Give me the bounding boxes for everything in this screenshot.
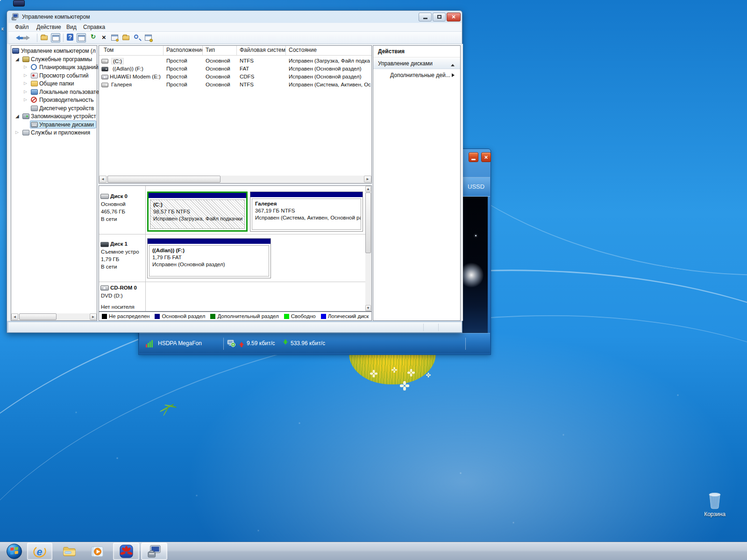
column-header-filesystem[interactable]: Файловая система (237, 46, 286, 55)
scroll-left-arrow[interactable]: ◄ (11, 313, 18, 320)
scroll-right-arrow[interactable]: ► (90, 313, 97, 320)
scroll-thumb[interactable] (365, 192, 371, 253)
taskbar-huawei-partner[interactable] (113, 543, 139, 560)
volume-layout: Простой (166, 58, 187, 64)
partition-adlan[interactable]: ((Adlan)) (F:) 1,79 ГБ FAT Исправен (Осн… (147, 238, 271, 278)
volume-status: Исправен (Загрузка, Файл подка (289, 58, 371, 64)
volume-row-c[interactable]: (C:) Простой Основной NTFS Исправен (Заг… (99, 57, 371, 65)
tree-item-services[interactable]: ▷ Службы и приложения (11, 129, 97, 137)
column-header-status[interactable]: Состояние (286, 46, 371, 55)
tree-item-device-manager[interactable]: Диспетчер устройств (11, 105, 97, 113)
submenu-arrow-icon[interactable] (452, 73, 456, 77)
ussd-tab[interactable]: USSD (468, 183, 484, 190)
tree-item-system-tools[interactable]: ◢ Служебные программы (11, 56, 97, 64)
modem-close-button[interactable]: × (481, 152, 491, 162)
title-bar[interactable]: Управление компьютером ✕ (7, 11, 462, 23)
forward-icon (26, 35, 32, 40)
device-manager-icon (31, 106, 38, 111)
tree-item-shared-folders[interactable]: ▷ Общие папки (11, 80, 97, 88)
expander-icon[interactable]: ▷ (24, 64, 27, 69)
actions-group-disk-management[interactable]: Управление дисками (373, 58, 460, 69)
tree-item-disk-management[interactable]: Управление дисками (11, 121, 97, 129)
removable-drive-icon (101, 67, 108, 71)
event-log-icon (31, 73, 38, 78)
tree-root[interactable]: Управление компьютером (л (11, 47, 97, 55)
volume-row-adlan[interactable]: ((Adlan)) (F:) Простой Основной FAT Испр… (99, 65, 371, 73)
collapse-icon[interactable] (451, 62, 455, 66)
show-console-tree-button[interactable] (51, 33, 60, 43)
expander-open-icon[interactable]: ◢ (15, 113, 19, 119)
expander-icon[interactable]: ▷ (24, 81, 27, 85)
export-list-button[interactable] (40, 33, 49, 43)
tree-item-event-viewer[interactable]: ▷ Просмотр событий (11, 72, 97, 80)
scroll-right-arrow[interactable]: ► (364, 176, 371, 183)
expander-icon[interactable]: ▷ (24, 97, 27, 102)
close-button[interactable]: ✕ (447, 13, 461, 21)
expander-icon[interactable]: ▷ (24, 89, 27, 94)
column-header-volume[interactable]: Том (99, 46, 164, 55)
volume-layout: Простой (166, 66, 187, 71)
disk-graph-pane: Диск 0 Основной 465,76 ГБ В сети (C:) 98… (99, 185, 372, 312)
tree-item-performance[interactable]: ▷ Производительность (11, 96, 97, 104)
expander-icon[interactable]: ▷ (24, 73, 27, 78)
wallpaper-flower (400, 381, 409, 390)
scroll-left-arrow[interactable]: ◄ (99, 176, 107, 183)
volume-row-huawei[interactable]: HUAWEI Modem (E:) Простой Основной CDFS … (99, 73, 371, 81)
graph-vscrollbar[interactable]: ▲ ▼ (365, 186, 371, 311)
legend-label: Логический диск (328, 313, 369, 319)
download-arrow-icon (283, 340, 288, 347)
scroll-thumb[interactable] (19, 313, 57, 320)
help-icon: ? (67, 34, 73, 41)
menu-view[interactable]: Вид (66, 24, 77, 30)
taskbar-windows-explorer[interactable] (59, 543, 79, 560)
seal-icon (116, 39, 119, 42)
partition-gallery[interactable]: Галерея 367,19 ГБ NTFS Исправен (Система… (250, 191, 363, 232)
separator (438, 324, 439, 331)
desktop-icon-fragment[interactable] (13, 0, 25, 7)
back-button[interactable] (13, 33, 22, 43)
properties-button[interactable] (110, 33, 120, 43)
disk-tools-button[interactable] (144, 33, 153, 43)
minimize-button[interactable] (419, 13, 432, 21)
desktop: { "desktop": { "recycle_bin_label": "Кор… (0, 0, 747, 560)
recycle-bin[interactable]: Корзина (701, 490, 729, 520)
show-action-pane-button[interactable] (77, 33, 86, 43)
partition-c[interactable]: (C:) 98,57 ГБ NTFS Исправен (Загрузка, Ф… (147, 191, 248, 232)
volume-layout: Простой (166, 74, 187, 79)
partition-legend: Не распределен Основной раздел Дополните… (99, 312, 372, 321)
modem-minimize-button[interactable] (469, 152, 478, 162)
taskbar-media-player[interactable] (87, 543, 107, 560)
column-header-type[interactable]: Тип (203, 46, 237, 55)
column-header-layout[interactable]: Расположение (164, 46, 203, 55)
console-tree-pane: Управление компьютером (л ◢ Служебные пр… (11, 45, 97, 321)
start-button[interactable] (5, 543, 23, 560)
taskbar-internet-explorer[interactable]: e (27, 543, 52, 560)
delete-button[interactable]: × (100, 33, 109, 43)
windows-start-icon (6, 543, 22, 560)
console-body: Управление компьютером (л ◢ Служебные пр… (7, 44, 463, 321)
scroll-down-arrow[interactable]: ▼ (365, 305, 371, 311)
forward-button[interactable] (25, 33, 34, 43)
menu-action[interactable]: Действие (36, 24, 61, 30)
open-button[interactable] (121, 33, 131, 43)
tree-hscrollbar[interactable]: ◄ ► (11, 313, 97, 320)
menu-help[interactable]: Справка (83, 24, 105, 30)
find-button[interactable] (133, 33, 142, 43)
tree-item-local-users[interactable]: ▷ Локальные пользовате (11, 88, 97, 96)
modem-status-bar: HSDPA MegaFon 9.59 кбит/с 533.96 кбит/с (139, 333, 490, 354)
expander-icon[interactable]: ▷ (15, 130, 19, 135)
menu-file[interactable]: Файл (15, 24, 29, 30)
scroll-thumb[interactable] (107, 176, 221, 183)
volume-row-gallery[interactable]: Галерея Простой Основной NTFS Исправен (… (99, 81, 371, 89)
scroll-up-arrow[interactable]: ▲ (365, 186, 371, 192)
refresh-button[interactable]: ↻ (89, 33, 99, 43)
volume-hscrollbar[interactable]: ◄ ► (99, 176, 371, 183)
tree-item-task-scheduler[interactable]: ▷ Планировщик заданий (11, 64, 97, 71)
help-button[interactable]: ? (65, 33, 75, 43)
maximize-button[interactable] (433, 13, 446, 21)
actions-more-actions[interactable]: Дополнительные дей... (373, 70, 460, 81)
tree-item-storage[interactable]: ◢ Запоминающие устройст (11, 113, 97, 121)
taskbar-computer-management[interactable] (141, 543, 167, 560)
console-window-icon (78, 35, 85, 41)
expander-open-icon[interactable]: ◢ (15, 57, 19, 62)
